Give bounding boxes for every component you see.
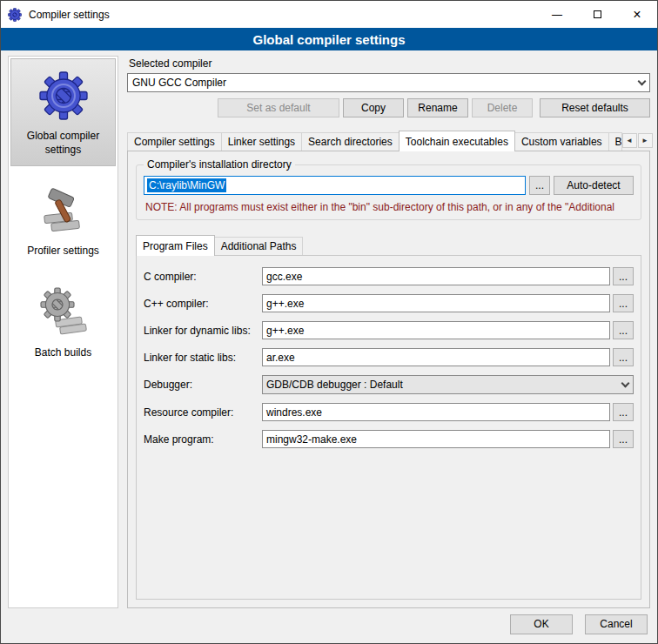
cpp-compiler-input[interactable]: g++.exe	[262, 294, 610, 312]
field-label: Make program:	[144, 433, 262, 446]
tab-toolchain-executables[interactable]: Toolchain executables	[399, 131, 515, 151]
app-icon	[8, 8, 22, 22]
installation-directory-legend: Compiler's installation directory	[144, 158, 295, 171]
make-program-input[interactable]: mingw32-make.exe	[262, 430, 610, 448]
copy-button[interactable]: Copy	[343, 98, 404, 117]
titlebar: Compiler settings — ×	[1, 1, 657, 28]
dialog-header-title: Global compiler settings	[252, 32, 405, 47]
field-value: mingw32-make.exe	[266, 433, 357, 446]
field-value: g++.exe	[266, 298, 304, 310]
tab-additional-paths[interactable]: Additional Paths	[214, 237, 304, 255]
installation-directory-group: Compiler's installation directory C:\ray…	[136, 164, 641, 220]
program-tabs: Program Files Additional Paths	[136, 234, 641, 255]
static-linker-input[interactable]: ar.exe	[262, 348, 610, 366]
sidebar-item-global-compiler-settings[interactable]: Global compiler settings	[10, 58, 116, 166]
sidebar-item-profiler-settings[interactable]: Profiler settings	[10, 173, 116, 268]
chevron-down-icon	[617, 376, 633, 393]
dialog-content: Global compiler settings Profiler settin…	[1, 50, 657, 612]
profiler-hammer-icon	[38, 185, 89, 236]
tab-scroll-right-button[interactable]: ►	[638, 133, 653, 148]
blue-gear-icon	[38, 70, 89, 121]
tab-custom-variables[interactable]: Custom variables	[514, 132, 609, 151]
browse-button[interactable]: ...	[613, 321, 634, 339]
compiler-select-value: GNU GCC Compiler	[132, 77, 226, 89]
installation-directory-input[interactable]: C:\raylib\MinGW	[144, 176, 526, 195]
field-value: GDB/CDB debugger : Default	[266, 379, 403, 391]
tab-linker-settings[interactable]: Linker settings	[221, 132, 302, 151]
browse-button[interactable]: ...	[613, 403, 634, 421]
minimize-button[interactable]: —	[537, 1, 577, 28]
tab-scroll-left-button[interactable]: ◄	[622, 133, 637, 148]
field-value: gcc.exe	[266, 271, 302, 283]
caption-buttons: — ×	[537, 1, 657, 28]
field-row-dynamic-linker: Linker for dynamic libs: g++.exe ...	[144, 321, 634, 339]
browse-button[interactable]: ...	[613, 430, 634, 448]
settings-tabstrip: Compiler settings Linker settings Search…	[127, 130, 650, 151]
tab-scroll-arrows: ◄ ►	[622, 133, 653, 151]
compiler-button-row: Set as default Copy Rename Delete Reset …	[127, 98, 650, 117]
field-label: C++ compiler:	[144, 298, 262, 310]
reset-defaults-button[interactable]: Reset defaults	[540, 98, 650, 117]
field-label: C compiler:	[144, 271, 262, 283]
compiler-settings-dialog: Compiler settings — × Global compiler se…	[0, 0, 658, 644]
field-value: windres.exe	[266, 406, 322, 419]
maximize-icon	[594, 10, 601, 18]
close-icon: ×	[633, 7, 641, 23]
minimize-icon: —	[552, 9, 562, 21]
tab-search-directories[interactable]: Search directories	[301, 132, 400, 151]
sidebar-item-label: Global compiler settings	[14, 130, 112, 157]
debugger-select[interactable]: GDB/CDB debugger : Default	[262, 375, 634, 394]
program-files-panel: C compiler: gcc.exe ... C++ compiler: g+…	[136, 255, 641, 600]
tab-compiler-settings[interactable]: Compiler settings	[127, 132, 222, 151]
browse-button[interactable]: ...	[613, 348, 634, 366]
c-compiler-input[interactable]: gcc.exe	[262, 267, 610, 285]
sidebar-item-label: Profiler settings	[27, 245, 99, 258]
rename-button[interactable]: Rename	[407, 98, 468, 117]
installation-directory-row: C:\raylib\MinGW ... Auto-detect	[144, 176, 634, 195]
selected-compiler-label: Selected compiler	[129, 57, 650, 70]
browse-button[interactable]: ...	[613, 294, 634, 312]
field-row-debugger: Debugger: GDB/CDB debugger : Default	[144, 375, 634, 394]
dialog-header: Global compiler settings	[1, 28, 657, 50]
gray-gear-stack-icon	[38, 287, 89, 338]
main-area: Selected compiler GNU GCC Compiler Set a…	[127, 56, 650, 608]
settings-sidebar: Global compiler settings Profiler settin…	[8, 56, 118, 608]
cancel-button[interactable]: Cancel	[585, 614, 648, 634]
field-label: Linker for static libs:	[144, 352, 262, 364]
auto-detect-button[interactable]: Auto-detect	[554, 176, 634, 195]
compiler-select[interactable]: GNU GCC Compiler	[127, 73, 650, 92]
arrow-right-icon: ►	[641, 137, 648, 144]
delete-button[interactable]: Delete	[472, 98, 533, 117]
field-value: g++.exe	[266, 325, 304, 337]
window-title: Compiler settings	[29, 9, 110, 21]
close-button[interactable]: ×	[617, 1, 657, 28]
dialog-footer: OK Cancel	[1, 612, 657, 643]
sidebar-item-batch-builds[interactable]: Batch builds	[10, 275, 116, 370]
maximize-button[interactable]	[577, 1, 617, 28]
field-row-resource-compiler: Resource compiler: windres.exe ...	[144, 403, 634, 421]
ok-button[interactable]: OK	[510, 614, 573, 634]
browse-button[interactable]: ...	[613, 267, 634, 285]
directory-note: NOTE: All programs must exist either in …	[145, 201, 634, 213]
field-row-static-linker: Linker for static libs: ar.exe ...	[144, 348, 634, 366]
field-row-make-program: Make program: mingw32-make.exe ...	[144, 430, 634, 448]
field-label: Linker for dynamic libs:	[144, 325, 262, 337]
field-row-c-compiler: C compiler: gcc.exe ...	[144, 267, 634, 285]
toolchain-panel: Compiler's installation directory C:\ray…	[127, 151, 650, 608]
field-row-cpp-compiler: C++ compiler: g++.exe ...	[144, 294, 634, 312]
tab-build-options[interactable]: Buil	[608, 132, 622, 151]
dynamic-linker-input[interactable]: g++.exe	[262, 321, 610, 339]
tab-program-files[interactable]: Program Files	[136, 235, 215, 256]
resource-compiler-input[interactable]: windres.exe	[262, 403, 610, 421]
field-value: ar.exe	[266, 352, 295, 364]
arrow-left-icon: ◄	[626, 137, 633, 144]
field-label: Resource compiler:	[144, 406, 262, 419]
chevron-down-icon	[634, 74, 649, 91]
field-label: Debugger:	[144, 379, 262, 391]
set-as-default-button[interactable]: Set as default	[218, 98, 339, 117]
sidebar-item-label: Batch builds	[35, 346, 91, 360]
selected-text: C:\raylib\MinGW	[147, 178, 226, 192]
directory-browse-button[interactable]: ...	[529, 176, 550, 195]
